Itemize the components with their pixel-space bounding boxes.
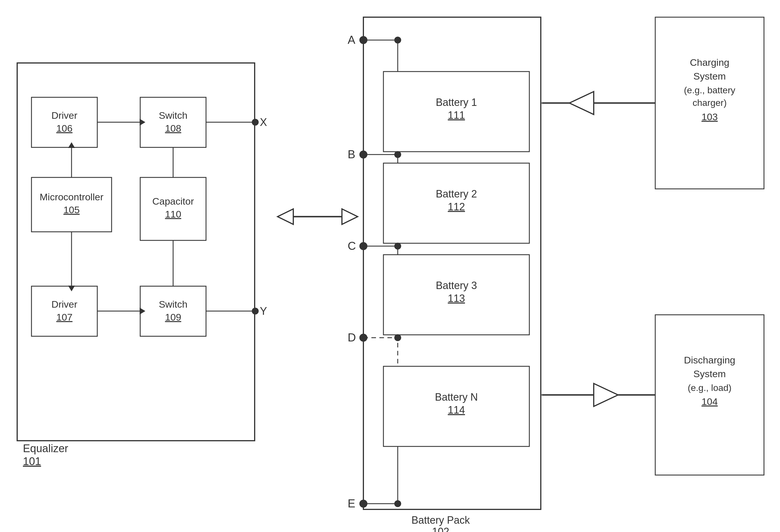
- batteryN-ref: 114: [448, 404, 465, 416]
- battery-pack-box: [363, 17, 541, 510]
- charging-sublabel1: (e.g., battery: [684, 85, 735, 95]
- mc-to-driver106-arrow: [68, 142, 75, 148]
- node-b-label: B: [348, 148, 355, 160]
- discharging-sublabel: (e.g., load): [688, 383, 732, 393]
- driver106-to-switch108-arrow: [140, 119, 145, 126]
- driver-top-box: [32, 97, 97, 147]
- microcontroller-ref: 105: [63, 204, 80, 215]
- switch-bottom-ref: 109: [165, 311, 182, 323]
- discharging-system-box: [655, 315, 764, 475]
- battery2-label: Battery 2: [436, 188, 477, 200]
- driver-top-ref: 106: [56, 123, 73, 134]
- equalizer-label: Equalizer: [23, 442, 68, 454]
- driver-bottom-ref: 107: [56, 311, 73, 323]
- charging-arrow-head: [570, 92, 594, 114]
- node-x-label: X: [260, 116, 267, 128]
- battery-pack-ref: 102: [432, 526, 449, 532]
- battery1-ref: 111: [448, 109, 465, 121]
- battery-pack-label: Battery Pack: [411, 514, 470, 526]
- driver-bottom-label: Driver: [51, 299, 78, 310]
- switch-top-ref: 108: [165, 123, 182, 134]
- node-e-label: E: [348, 497, 355, 510]
- charging-label2: System: [693, 71, 726, 82]
- node-e-inner-dot: [394, 500, 401, 507]
- node-a-inner-dot: [394, 37, 401, 44]
- driver-bottom-box: [32, 286, 97, 336]
- switch-bottom-box: [140, 286, 206, 336]
- battery1-label: Battery 1: [436, 96, 477, 108]
- discharging-ref: 104: [701, 396, 718, 407]
- node-x-dot: [252, 119, 259, 126]
- discharging-arrow-head: [594, 383, 618, 406]
- capacitor-ref: 110: [165, 209, 182, 220]
- charging-label1: Charging: [690, 57, 729, 68]
- charging-sublabel2: charger): [692, 98, 727, 108]
- capacitor-label: Capacitor: [152, 196, 194, 207]
- discharging-label2: System: [693, 368, 726, 379]
- switch-top-box: [140, 97, 206, 147]
- batteryN-label: Battery N: [435, 391, 478, 403]
- switch-bottom-label: Switch: [159, 299, 187, 310]
- node-y-label: Y: [260, 305, 267, 317]
- node-d-inner-dot: [394, 334, 401, 341]
- node-d-label: D: [348, 331, 356, 344]
- node-a-label: A: [348, 34, 355, 46]
- battery3-ref: 113: [448, 292, 465, 304]
- double-arrow-right: [342, 209, 358, 224]
- mc-to-driver107-arrow: [68, 286, 75, 291]
- equalizer-ref: 101: [23, 455, 41, 467]
- node-c-inner-dot: [394, 243, 401, 249]
- microcontroller-label: Microcontroller: [40, 191, 104, 202]
- diagram-container: Equalizer 101 Microcontroller 105 Driver…: [0, 0, 780, 532]
- double-arrow-left: [278, 209, 293, 224]
- charging-ref: 103: [701, 111, 718, 122]
- discharging-label1: Discharging: [684, 354, 735, 366]
- driver107-to-switch109-arrow: [140, 308, 145, 315]
- switch-top-label: Switch: [159, 110, 187, 121]
- node-c-label: C: [348, 240, 356, 252]
- battery3-label: Battery 3: [436, 280, 477, 291]
- driver-top-label: Driver: [51, 110, 78, 121]
- node-y-dot: [252, 308, 259, 315]
- battery2-ref: 112: [448, 201, 465, 212]
